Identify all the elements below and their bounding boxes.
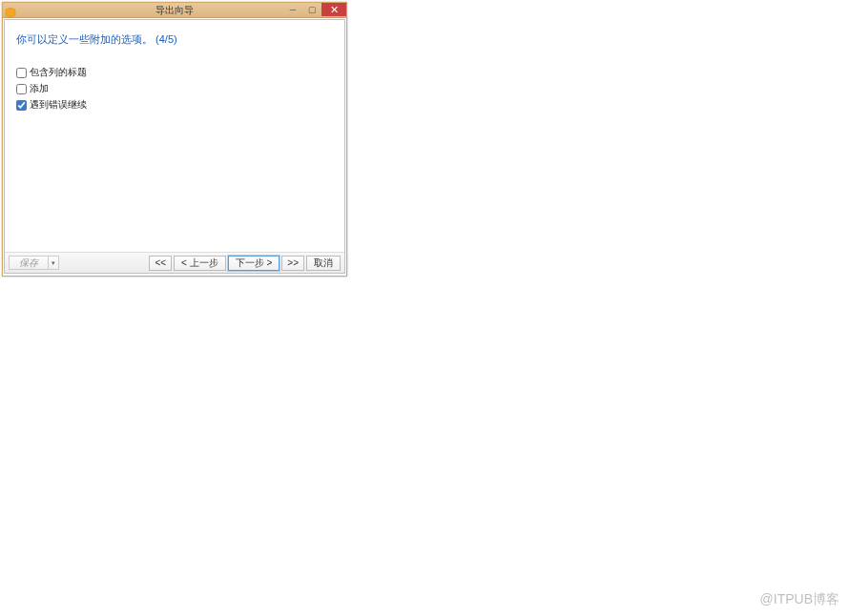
save-button[interactable]: 保存 bbox=[9, 256, 48, 270]
prev-button[interactable]: < 上一步 bbox=[174, 256, 226, 271]
option-include-column-titles[interactable]: 包含列的标题 bbox=[16, 66, 333, 79]
checkbox-continue-on-error[interactable] bbox=[16, 100, 27, 111]
maximize-button[interactable]: ▢ bbox=[302, 3, 321, 16]
save-combo: 保存 ▾ bbox=[9, 256, 59, 271]
save-dropdown[interactable]: ▾ bbox=[48, 256, 59, 270]
cancel-button[interactable]: 取消 bbox=[306, 256, 341, 271]
option-label: 添加 bbox=[30, 82, 49, 95]
titlebar: 导出向导 ─ ▢ ✕ bbox=[3, 3, 346, 18]
app-icon bbox=[5, 5, 16, 16]
option-append[interactable]: 添加 bbox=[16, 82, 333, 95]
last-button[interactable]: >> bbox=[281, 256, 304, 271]
export-wizard-window: 导出向导 ─ ▢ ✕ 你可以定义一些附加的选项。 (4/5) 包含列的标题 添加… bbox=[2, 2, 347, 277]
minimize-button[interactable]: ─ bbox=[283, 3, 302, 16]
checkbox-include-column-titles[interactable] bbox=[16, 68, 27, 78]
window-controls: ─ ▢ ✕ bbox=[283, 3, 346, 16]
close-button[interactable]: ✕ bbox=[321, 3, 346, 16]
next-button[interactable]: 下一步 > bbox=[228, 256, 280, 271]
navigation-buttons: << < 上一步 下一步 > >> 取消 bbox=[149, 256, 341, 271]
watermark: @ITPUB博客 bbox=[760, 591, 839, 608]
first-button[interactable]: << bbox=[149, 256, 172, 271]
bottom-bar: 保存 ▾ << < 上一步 下一步 > >> 取消 bbox=[5, 252, 344, 273]
option-label: 遇到错误继续 bbox=[30, 98, 87, 112]
option-continue-on-error[interactable]: 遇到错误继续 bbox=[16, 98, 333, 112]
step-description: 你可以定义一些附加的选项。 (4/5) bbox=[5, 20, 344, 56]
window-title: 导出向导 bbox=[155, 4, 194, 17]
checkbox-append[interactable] bbox=[16, 84, 27, 94]
content-area: 你可以定义一些附加的选项。 (4/5) 包含列的标题 添加 遇到错误继续 保存 … bbox=[4, 19, 345, 274]
option-label: 包含列的标题 bbox=[30, 66, 87, 79]
options-panel: 包含列的标题 添加 遇到错误继续 bbox=[5, 56, 344, 112]
